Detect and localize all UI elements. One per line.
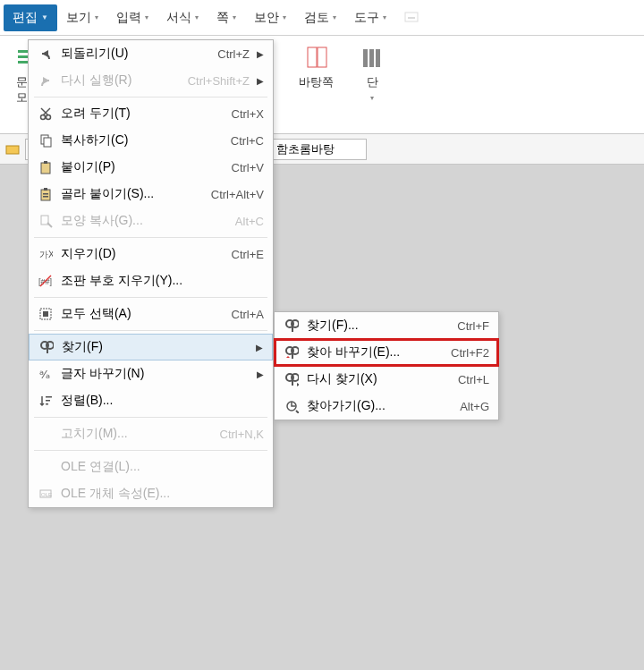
page-bg-icon [303, 45, 330, 72]
blank-icon [36, 427, 55, 441]
menu-item-label: 모두 선택(A) [55, 306, 232, 322]
menu-overflow[interactable] [395, 6, 429, 30]
column-icon [359, 45, 386, 72]
svg-point-27 [41, 115, 46, 120]
menu-item-label: 정렬(B)... [55, 393, 264, 409]
svg-text:가X: 가X [39, 250, 53, 259]
fmtcopy-icon [36, 214, 55, 228]
erase-icon: 가X [36, 247, 55, 261]
edit-menu-item-14[interactable]: 찾기(F)▶ [29, 334, 273, 360]
pastesp-icon [36, 187, 55, 201]
menu-separator [34, 237, 267, 238]
svg-text:ᵃ⁄ₐ: ᵃ⁄ₐ [39, 368, 50, 381]
caret-icon: ▾ [195, 13, 199, 21]
menu-item-label: 찾아가기(G)... [301, 398, 460, 414]
svg-rect-22 [376, 49, 380, 67]
menu-item-label: 찾기(F) [56, 339, 249, 355]
find-icon [37, 340, 56, 354]
edit-menu-item-3[interactable]: 오려 두기(T)Ctrl+X [29, 100, 273, 127]
menu-view[interactable]: 보기▾ [57, 4, 107, 31]
find-submenu-dropdown: 찾기(F)...Ctrl+F찾아 바꾸기(E)...Ctrl+F2다시 찾기(X… [274, 311, 499, 420]
menu-review[interactable]: 검토▾ [295, 4, 345, 31]
svg-rect-34 [44, 161, 47, 164]
copy-icon [36, 133, 55, 148]
caret-icon: ▼ [41, 13, 48, 21]
find-icon [282, 318, 301, 333]
menu-separator [34, 297, 267, 298]
edit-menu-item-15[interactable]: ᵃ⁄ₐ글자 바꾸기(N)▶ [29, 360, 273, 387]
svg-point-28 [47, 115, 51, 120]
ribbon-background-page[interactable]: 바탕쪽 [292, 41, 341, 128]
menu-item-label: 글자 바꾸기(N) [55, 366, 250, 382]
menu-item-label: 모양 복사(G)... [55, 213, 235, 229]
selectall-icon [36, 307, 55, 321]
eraseCode-icon: [##] [36, 274, 55, 288]
svg-rect-36 [44, 188, 47, 191]
edit-menu-item-10[interactable]: [##]조판 부호 지우기(Y)... [29, 267, 273, 294]
find-submenu-item-2[interactable]: 다시 찾기(X)Ctrl+L [275, 366, 498, 393]
combo-value: 함초롬바탕 [276, 141, 335, 157]
ribbon-label: 바탕쪽 [299, 75, 334, 90]
svg-rect-33 [41, 163, 50, 174]
edit-menu-item-12[interactable]: 모두 선택(A)Ctrl+A [29, 301, 273, 327]
menu-item-label: 찾기(F)... [301, 318, 457, 334]
menu-item-shortcut: Ctrl+F [457, 319, 489, 333]
menu-item-shortcut: Ctrl+Z [217, 47, 250, 61]
edit-menu-item-20: OLE 연결(L)... [29, 454, 273, 480]
sort-icon [36, 394, 55, 408]
caret-icon: ▾ [383, 13, 386, 21]
menu-item-label: 다시 실행(R) [55, 72, 188, 89]
folder-icon[interactable] [5, 142, 20, 157]
menu-item-label: OLE 연결(L)... [55, 459, 264, 475]
menu-input[interactable]: 입력▾ [107, 4, 157, 31]
menu-item-label: 다시 찾기(X) [301, 371, 458, 387]
svg-text:OLE: OLE [41, 492, 52, 497]
menu-separator [34, 450, 267, 451]
edit-menu-item-1: 다시 실행(R)Ctrl+Shift+Z▶ [29, 67, 273, 94]
menu-separator [34, 97, 267, 98]
menu-item-label: 조판 부호 지우기(Y)... [55, 273, 264, 289]
find-submenu-item-1[interactable]: 찾아 바꾸기(E)...Ctrl+F2 [275, 339, 498, 366]
replace-icon [282, 345, 301, 360]
find-submenu-item-0[interactable]: 찾기(F)...Ctrl+F [275, 312, 498, 339]
submenu-arrow-icon: ▶ [257, 49, 264, 59]
submenu-arrow-icon: ▶ [257, 76, 264, 86]
svg-rect-35 [41, 190, 50, 200]
menu-item-shortcut: Ctrl+Shift+Z [188, 74, 250, 88]
blank-icon [36, 460, 55, 474]
find-submenu-item-3[interactable]: 찾아가기(G)...Alt+G [275, 393, 498, 420]
caret-icon: ▾ [145, 13, 148, 21]
menu-item-shortcut: Ctrl+C [231, 134, 264, 148]
redo-icon [36, 73, 55, 88]
goto-icon [282, 399, 301, 413]
caret-icon: ▾ [370, 94, 374, 102]
edit-menu-item-6[interactable]: 골라 붙이기(S)...Ctrl+Alt+V [29, 181, 273, 208]
edit-menu-item-0[interactable]: 되돌리기(U)Ctrl+Z▶ [29, 40, 273, 67]
svg-rect-32 [44, 138, 51, 147]
menu-page[interactable]: 쪽▾ [208, 4, 245, 31]
svg-rect-49 [46, 396, 52, 398]
edit-menu-item-5[interactable]: 붙이기(P)Ctrl+V [29, 154, 273, 181]
svg-rect-44 [43, 311, 48, 317]
menu-item-shortcut: Ctrl+F2 [451, 346, 489, 360]
edit-menu-item-9[interactable]: 가X지우기(D)Ctrl+E [29, 241, 273, 267]
submenu-arrow-icon: ▶ [256, 343, 263, 352]
svg-rect-18 [308, 47, 317, 67]
menu-tools[interactable]: 도구▾ [345, 4, 395, 31]
menu-edit[interactable]: 편집▼ [4, 4, 57, 31]
menu-format[interactable]: 서식▾ [157, 4, 208, 31]
svg-rect-51 [46, 403, 48, 405]
caret-icon: ▾ [283, 13, 286, 21]
svg-rect-50 [46, 400, 50, 402]
ole-icon: OLE [36, 487, 55, 501]
menu-security[interactable]: 보안▾ [245, 4, 295, 31]
ribbon-column[interactable]: 단 ▾ [352, 41, 393, 128]
menu-item-shortcut: Alt+G [460, 400, 489, 413]
edit-menu-item-18: 고치기(M)...Ctrl+N,K [29, 420, 273, 447]
menu-item-label: OLE 개체 속성(E)... [55, 486, 264, 502]
edit-menu-item-4[interactable]: 복사하기(C)Ctrl+C [29, 127, 273, 154]
menu-item-shortcut: Ctrl+A [232, 308, 264, 321]
menu-separator [34, 417, 267, 418]
edit-menu-item-16[interactable]: 정렬(B)... [29, 387, 273, 414]
caret-icon: ▾ [95, 13, 98, 21]
